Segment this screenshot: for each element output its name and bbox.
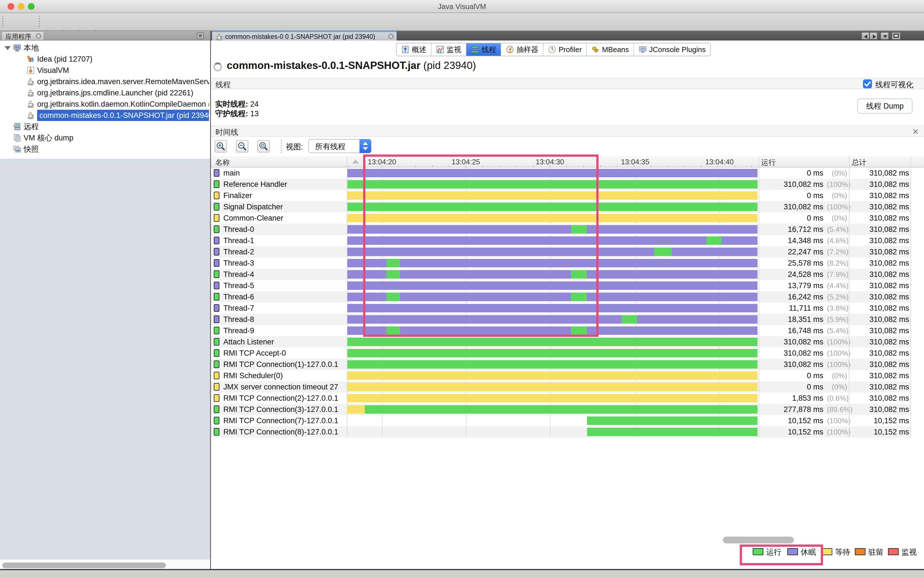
thread-view-select[interactable]: 所有线程 xyxy=(308,139,371,153)
sidebar-item-idea-pid-12707-[interactable]: BIdea (pid 12707) xyxy=(0,54,210,65)
timeline-annotation-rectangle xyxy=(363,154,598,337)
total-time-value: 310,082 ms xyxy=(855,393,909,404)
sidebar-empty-area xyxy=(0,159,210,559)
forward-button[interactable] xyxy=(869,32,878,40)
sort-indicator-icon[interactable] xyxy=(352,159,359,164)
running-time-value: 310,082 ms xyxy=(761,347,823,359)
running-percent-value: (5.2%) xyxy=(827,291,847,302)
tab-线程[interactable]: 线程 xyxy=(466,43,501,56)
tab-mbeans[interactable]: MBeans xyxy=(587,43,634,56)
table-row[interactable]: Attach Listener310,082 ms(100%)310,082 m… xyxy=(211,336,911,347)
running-percent-value: (100%) xyxy=(827,426,847,438)
fit-zoom-button[interactable] xyxy=(258,140,270,153)
java-app-icon xyxy=(26,111,35,120)
expand-arrow-icon[interactable] xyxy=(5,46,11,50)
table-row[interactable]: RMI TCP Connection(2)-127.0.0.11,853 ms(… xyxy=(211,393,911,404)
view-tab-bar: 概述监视线程抽样器ProfilerMBeansJConsole Plugins xyxy=(396,43,711,56)
table-row[interactable]: RMI TCP Connection(3)-127.0.0.1277,878 m… xyxy=(211,404,911,415)
table-row[interactable]: RMI TCP Connection(7)-127.0.0.110,152 ms… xyxy=(211,415,911,426)
table-row[interactable]: JMX server connection timeout 270 ms(0%)… xyxy=(211,381,911,393)
tab-document[interactable]: common-mistakes-0 0 1-SNAPSHOT jar (pid … xyxy=(212,31,397,41)
tab-profiler[interactable]: Profiler xyxy=(543,43,587,56)
thread-state-icon xyxy=(214,282,219,289)
minimize-panel-icon[interactable] xyxy=(197,32,204,39)
running-time-value: 16,242 ms xyxy=(761,291,823,302)
total-time-value: 310,082 ms xyxy=(855,370,909,381)
thread-view-select-value: 所有线程 xyxy=(315,141,345,152)
running-percent-value: (0%) xyxy=(827,167,847,179)
total-time-value: 310,082 ms xyxy=(855,359,909,370)
time-minor-tick xyxy=(701,165,702,167)
tab-概述[interactable]: 概述 xyxy=(397,43,431,56)
running-time-value: 277,878 ms xyxy=(761,404,823,415)
zoom-in-button[interactable] xyxy=(215,140,227,153)
timeline-gridline xyxy=(466,426,466,438)
running-percent-value: (0%) xyxy=(827,190,847,201)
main-toolbar: JMX0101 xyxy=(0,13,924,31)
sidebar-item-org-jetbrains-idea-maven-server-remotemavenserver-[interactable]: org.jetbrains.idea.maven.server.RemoteMa… xyxy=(0,76,210,87)
thread-name: main xyxy=(223,167,344,179)
tree-item-label: org.jetbrains.kotlin.daemon.KotlinCompil… xyxy=(37,99,209,110)
close-timeline-icon[interactable] xyxy=(912,128,919,135)
close-icon[interactable] xyxy=(388,34,394,39)
page-title: common-mistakes-0.0.1-SNAPSHOT.jar (pid … xyxy=(227,60,476,71)
column-header-running[interactable]: 运行 xyxy=(761,157,776,167)
sidebar-item--[interactable]: 本地 xyxy=(0,42,210,54)
time-tick-label: 13:04:40 xyxy=(705,157,734,166)
overview-icon xyxy=(401,45,410,54)
table-row[interactable]: RMI Scheduler(0)0 ms(0%)310,082 ms xyxy=(211,370,911,381)
thread-dump-button[interactable]: 线程 Dump xyxy=(858,99,913,114)
column-header-name[interactable]: 名称 xyxy=(215,157,230,167)
sidebar-item-org-jetbrains-kotlin-daemon-kotlincompiledaemon-p[interactable]: org.jetbrains.kotlin.daemon.KotlinCompil… xyxy=(0,99,210,110)
running-percent-value: (5.9%) xyxy=(827,314,847,325)
zoom-out-button[interactable] xyxy=(236,140,248,153)
thread-state-icon xyxy=(214,293,219,300)
sidebar-item-vm-dump[interactable]: VM 核心 dump xyxy=(0,132,210,143)
sidebar-item-visualvm[interactable]: VisualVM xyxy=(0,65,210,76)
total-time-value: 310,082 ms xyxy=(855,347,909,359)
table-row[interactable]: RMI TCP Connection(1)-127.0.0.1310,082 m… xyxy=(211,359,911,370)
tree-item-label: org.jetbrains.idea.maven.server.RemoteMa… xyxy=(37,76,209,87)
thread-name: RMI TCP Connection(2)-127.0.0.1 xyxy=(223,393,344,404)
sidebar-item-common-mistakes-0-0-1-snapshot-jar-pid-23940-[interactable]: common-mistakes-0.0.1-SNAPSHOT.jar (pid … xyxy=(0,110,210,121)
tab-label: 线程 xyxy=(481,45,496,55)
thread-name: RMI Scheduler(0) xyxy=(223,370,344,381)
timeline-segment-running xyxy=(365,405,757,414)
tree-item-label: common-mistakes-0.0.1-SNAPSHOT.jar (pid … xyxy=(37,110,209,121)
thread-state-icon xyxy=(214,214,219,222)
thread-name: Reference Handler xyxy=(223,179,344,190)
tab-list-dropdown-button[interactable] xyxy=(880,32,889,40)
tab-jconsole-plugins[interactable]: JConsole Plugins xyxy=(634,43,710,56)
table-row[interactable]: RMI TCP Connection(8)-127.0.0.110,152 ms… xyxy=(211,426,911,438)
maximize-view-button[interactable] xyxy=(892,32,901,40)
running-percent-value: (100%) xyxy=(827,201,847,213)
time-minor-tick xyxy=(600,165,601,167)
column-header-total[interactable]: 总计 xyxy=(852,157,866,167)
thread-visualization-checkbox[interactable] xyxy=(863,80,872,88)
timeline-scrollbar-thumb[interactable] xyxy=(723,537,794,543)
sidebar-scrollbar-thumb[interactable] xyxy=(2,563,166,568)
tab-抽样器[interactable]: 抽样器 xyxy=(501,43,543,56)
back-button[interactable] xyxy=(861,32,869,40)
total-time-value: 310,082 ms xyxy=(855,258,909,269)
sidebar-item--[interactable]: 远程 xyxy=(0,121,210,132)
title-bar: Java VisualVM xyxy=(0,0,924,13)
timeline-segment-running xyxy=(347,338,757,346)
select-stepper-icon[interactable] xyxy=(360,139,371,153)
running-time-value: 310,082 ms xyxy=(761,336,823,347)
running-time-value: 16,748 ms xyxy=(761,325,823,336)
running-percent-value: (4.4%) xyxy=(827,280,847,291)
sidebar-item--[interactable]: 快照 xyxy=(0,143,210,155)
sidebar-item-org-jetbrains-jps-cmdline-launcher-pid-22261-[interactable]: org.jetbrains.jps.cmdline.Launcher (pid … xyxy=(0,87,210,99)
applications-tree: 本地BIdea (pid 12707)VisualVMorg.jetbrains… xyxy=(0,41,210,159)
running-time-value: 24,528 ms xyxy=(761,269,823,280)
time-tick-label: 13:04:35 xyxy=(621,157,649,166)
running-time-value: 18,351 ms xyxy=(761,314,823,325)
close-icon[interactable] xyxy=(36,33,41,39)
tab-监视[interactable]: 监视 xyxy=(431,43,466,56)
table-row[interactable]: RMI TCP Accept-0310,082 ms(100%)310,082 … xyxy=(211,347,911,359)
tab-applications[interactable]: 应用程序 xyxy=(2,31,44,40)
daemon-threads-value: 13 xyxy=(250,109,259,118)
mbeans-icon xyxy=(591,45,600,54)
computer-icon xyxy=(13,44,21,52)
